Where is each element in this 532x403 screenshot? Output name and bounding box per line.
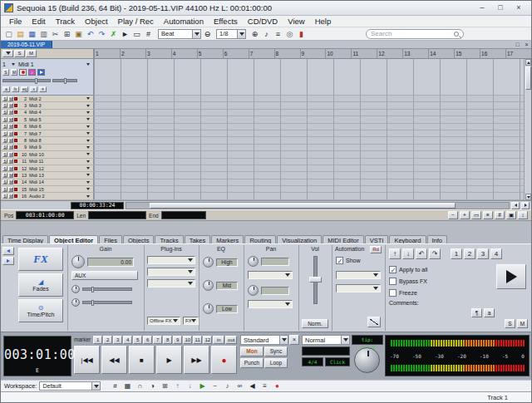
menu-item[interactable]: Edit	[27, 16, 50, 27]
track-midi-button[interactable]: ♪	[28, 69, 36, 76]
track-row[interactable]: S M 7 Midi 7	[1, 130, 531, 137]
track-lane[interactable]	[94, 102, 531, 109]
object-mute-button[interactable]: M	[517, 319, 528, 328]
marker-button[interactable]: 1	[93, 336, 102, 344]
mute-all-button[interactable]: M	[26, 50, 37, 57]
volume-slider-thumb[interactable]	[309, 277, 322, 283]
marker-button[interactable]: 5	[133, 336, 142, 344]
track-volume-slider[interactable]	[2, 79, 51, 82]
track-lane[interactable]	[94, 137, 531, 144]
track-name[interactable]: Midi 1	[18, 61, 83, 67]
grid-dropdown-icon[interactable]	[237, 30, 245, 38]
vertical-scroll-thumb[interactable]	[525, 66, 531, 90]
scroll-right-icon[interactable]	[521, 202, 530, 209]
track-solo-button[interactable]: S	[2, 152, 7, 157]
record-indicator[interactable]	[14, 188, 17, 191]
maximize-button[interactable]: □	[491, 2, 510, 14]
marker-icon[interactable]: ▮	[296, 28, 307, 39]
search-input[interactable]: Search	[366, 29, 464, 39]
marker-button[interactable]: 10	[183, 336, 192, 344]
preset-number-button[interactable]: 1	[451, 248, 462, 259]
monitor-button[interactable]: Mon	[240, 346, 264, 356]
track-name[interactable]: Midi 9	[27, 145, 84, 150]
pan-knob[interactable]	[248, 256, 259, 267]
track-solo-button[interactable]: S	[2, 187, 7, 192]
track-header[interactable]: S M 5 Midi 5	[1, 116, 94, 123]
record-indicator[interactable]	[14, 97, 17, 101]
beat-select[interactable]: Beat	[158, 29, 201, 39]
copy-icon[interactable]: ⊞	[62, 28, 72, 39]
track-header[interactable]: S M 2 Midi 2	[1, 96, 94, 102]
goto-start-button[interactable]: |◀◀	[74, 346, 100, 374]
full-view-button[interactable]: ▣	[506, 211, 516, 219]
track-solo-button[interactable]: S	[2, 159, 7, 164]
snap-toggle-icon[interactable]: #	[110, 381, 120, 391]
link-objects-icon[interactable]: ∞	[234, 381, 244, 391]
eq-high-knob[interactable]	[203, 257, 214, 268]
track-row[interactable]: S M 8 Midi 8	[1, 137, 531, 144]
zoom-out-icon[interactable]: ⊖	[202, 28, 213, 39]
redo-icon[interactable]: ↷	[96, 28, 107, 39]
object-prev-button[interactable]: ↶	[416, 248, 427, 259]
aux-send-1-knob[interactable]	[71, 285, 80, 293]
track-mute-button[interactable]: M	[11, 69, 17, 76]
marker-out-button[interactable]: out	[225, 336, 237, 344]
arrow-down-icon[interactable]: ↓	[185, 381, 195, 391]
track-solo-button[interactable]: S	[2, 179, 7, 184]
scroll-left-icon[interactable]	[511, 202, 520, 209]
show-checkbox[interactable]	[336, 257, 343, 264]
metronome-icon[interactable]: ♪	[261, 28, 272, 39]
project-tab[interactable]: 2019-05-11.VIP	[1, 41, 52, 48]
track-lane[interactable]	[94, 159, 531, 165]
track-name[interactable]: Midi 12	[27, 166, 84, 171]
record-indicator[interactable]	[14, 118, 17, 121]
track-lane[interactable]	[94, 110, 531, 116]
track-header[interactable]: S M 8 Midi 8	[1, 137, 94, 144]
track-name[interactable]: Midi 4	[27, 110, 84, 115]
track-lane[interactable]	[94, 96, 531, 102]
track-1-header[interactable]: 1 Midi 1 S M ♪ afxeqx	[1, 59, 94, 96]
apply-to-all-checkbox[interactable]	[389, 266, 397, 273]
track-row[interactable]: S M 6 Midi 6	[1, 124, 531, 130]
track-lane[interactable]	[94, 165, 531, 172]
track-solo-button[interactable]: S	[2, 110, 7, 115]
track-mute-button[interactable]: M	[8, 194, 13, 199]
marker-button[interactable]: 7	[153, 336, 162, 344]
draw-automation-button[interactable]	[367, 317, 381, 327]
grid-toggle-icon[interactable]: ▦	[122, 381, 132, 391]
scroll-down-icon[interactable]	[525, 194, 531, 200]
marker-button[interactable]: 12	[203, 336, 212, 344]
group-icon[interactable]: ⊞	[160, 381, 170, 391]
fx-select[interactable]: FX	[183, 317, 199, 325]
menu-item[interactable]: Play / Rec	[113, 16, 159, 27]
track-mute-button[interactable]: M	[8, 110, 13, 115]
vertical-zoom-button[interactable]: ↕	[518, 211, 528, 219]
record-button[interactable]: ●	[211, 346, 237, 374]
eq-mid-knob[interactable]	[203, 280, 214, 291]
track-name[interactable]: Midi 11	[27, 159, 84, 164]
horizontal-scrollbar[interactable]	[126, 202, 510, 209]
cut-icon[interactable]: ✂	[50, 28, 61, 39]
track-header[interactable]: S M 9 Midi 9	[1, 145, 94, 151]
track-row[interactable]: S M 10 Midi 10	[1, 151, 531, 158]
comment-text-button[interactable]: a	[484, 308, 495, 317]
track-name[interactable]: Midi 5	[27, 117, 84, 122]
track-list-dropdown[interactable]	[2, 50, 13, 57]
menu-item[interactable]: Object	[80, 16, 112, 27]
marker-button[interactable]: 8	[163, 336, 172, 344]
track-pan-slider[interactable]	[52, 79, 77, 82]
track-mute-button[interactable]: M	[8, 145, 13, 150]
fx-page-button[interactable]: FX	[18, 248, 63, 271]
play-mode-select[interactable]: Standard	[240, 335, 288, 345]
clear-mode-button[interactable]: ×	[289, 335, 299, 345]
track-dropdown-icon[interactable]	[10, 61, 17, 67]
track-mute-button[interactable]: M	[8, 124, 13, 129]
plugin-slot-1[interactable]	[147, 256, 195, 264]
marker-button[interactable]: 11	[193, 336, 202, 344]
track-name[interactable]: Midi 6	[27, 124, 84, 129]
undo-icon[interactable]: ↶	[85, 28, 96, 39]
record-indicator[interactable]	[14, 111, 17, 114]
track-name[interactable]: Audio 2	[27, 194, 84, 199]
record-indicator[interactable]	[14, 167, 17, 170]
track-dropdown-icon[interactable]	[85, 138, 91, 144]
